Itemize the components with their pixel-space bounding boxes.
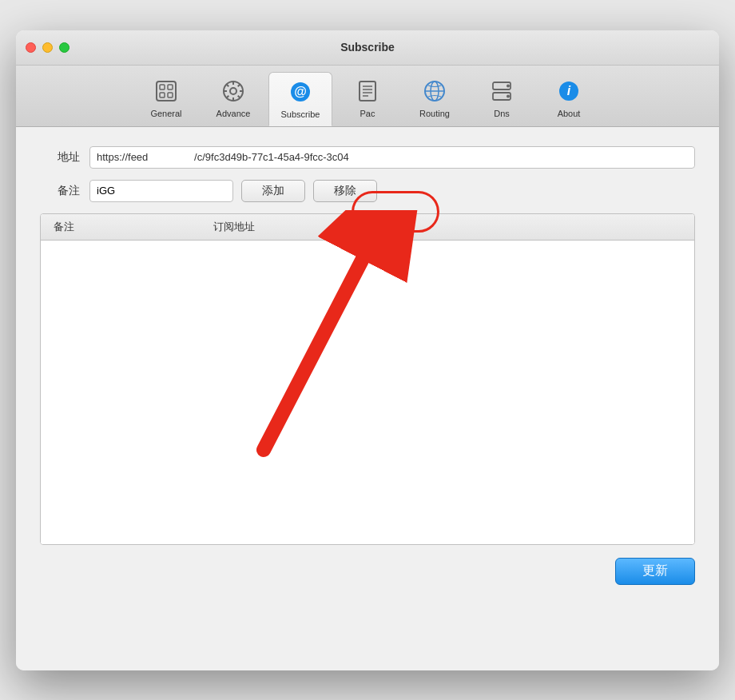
close-button[interactable] [26, 42, 36, 53]
svg-line-14 [227, 95, 229, 97]
add-button[interactable]: 添加 [241, 180, 305, 202]
tab-routing[interactable]: Routing [403, 72, 467, 126]
tab-dns-label: Dns [494, 109, 510, 118]
update-button[interactable]: 更新 [615, 558, 695, 585]
svg-rect-3 [168, 85, 173, 89]
address-label: 地址 [40, 150, 80, 165]
svg-point-28 [507, 94, 510, 97]
minimize-button[interactable] [42, 42, 53, 53]
address-input[interactable] [89, 146, 695, 169]
remove-button[interactable]: 移除 [313, 180, 377, 202]
main-window: Subscribe General [16, 30, 719, 670]
action-buttons: 添加 移除 [241, 180, 377, 202]
note-row: 备注 添加 移除 [40, 180, 695, 202]
svg-text:@: @ [294, 85, 307, 98]
svg-rect-1 [160, 85, 165, 89]
svg-line-11 [227, 84, 229, 86]
col-note-header: 备注 [41, 218, 201, 236]
svg-line-12 [238, 95, 240, 97]
address-row: 地址 [40, 146, 695, 169]
general-icon [152, 77, 181, 105]
tab-pac[interactable]: Pac [336, 72, 399, 126]
advance-icon [219, 77, 248, 105]
pac-icon [353, 77, 382, 105]
col-address-header: 订阅地址 [201, 218, 268, 236]
table-body[interactable] [41, 241, 694, 544]
tab-advance[interactable]: Advance [201, 72, 265, 126]
note-input[interactable] [89, 180, 233, 202]
svg-text:i: i [567, 84, 571, 97]
maximize-button[interactable] [59, 42, 70, 53]
note-label: 备注 [40, 184, 80, 198]
dns-icon [487, 77, 516, 105]
titlebar: Subscribe [16, 30, 719, 66]
note-controls: 添加 移除 [89, 180, 377, 202]
svg-line-13 [238, 84, 240, 86]
svg-rect-17 [360, 82, 375, 101]
tab-subscribe[interactable]: @ Subscribe [268, 72, 332, 126]
tab-subscribe-label: Subscribe [281, 109, 320, 119]
svg-rect-4 [168, 93, 173, 97]
subscribe-icon: @ [286, 78, 315, 106]
tab-advance-label: Advance [217, 109, 251, 118]
tab-general-label: General [150, 109, 181, 118]
subscription-table: 备注 订阅地址 [40, 213, 695, 545]
content-area: 地址 备注 添加 移除 备注 订阅地址 [16, 127, 719, 670]
tab-dns[interactable]: Dns [470, 72, 534, 126]
tab-about[interactable]: i About [537, 72, 601, 126]
footer-row: 更新 [40, 558, 695, 585]
tab-pac-label: Pac [360, 109, 375, 118]
svg-point-6 [230, 88, 236, 94]
routing-icon [420, 77, 449, 105]
svg-point-27 [507, 84, 510, 87]
content-wrapper: 地址 备注 添加 移除 备注 订阅地址 [40, 146, 695, 585]
table-header: 备注 订阅地址 [41, 214, 694, 241]
about-icon: i [554, 77, 583, 105]
tab-routing-label: Routing [419, 109, 450, 118]
tab-general[interactable]: General [134, 72, 198, 126]
toolbar: General Advance [16, 66, 719, 127]
svg-rect-0 [157, 82, 176, 101]
window-title: Subscribe [340, 41, 395, 54]
traffic-lights [26, 42, 70, 53]
tab-about-label: About [558, 109, 581, 118]
svg-rect-2 [160, 93, 165, 97]
